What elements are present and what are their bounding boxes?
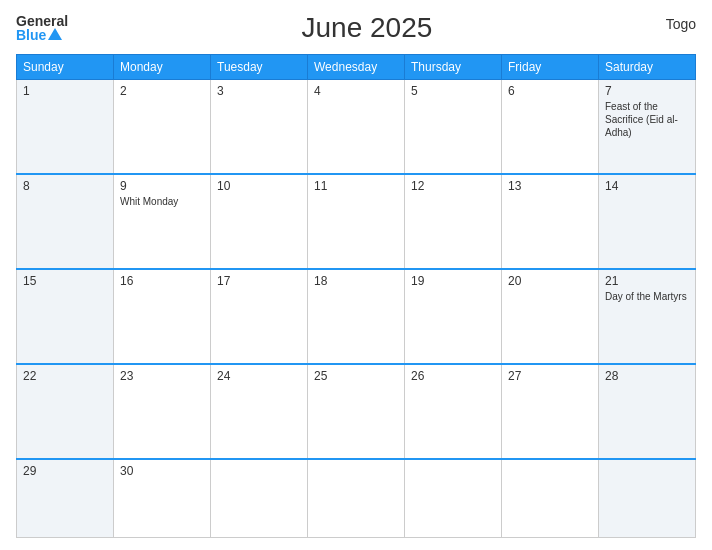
- col-header-friday: Friday: [502, 55, 599, 80]
- day-number: 20: [508, 274, 592, 288]
- day-number: 12: [411, 179, 495, 193]
- calendar-body: 1234567Feast of the Sacrifice (Eid al-Ad…: [17, 80, 696, 538]
- day-number: 6: [508, 84, 592, 98]
- calendar-day-cell: 26: [405, 364, 502, 459]
- calendar-day-cell: 21Day of the Martyrs: [599, 269, 696, 364]
- day-number: 21: [605, 274, 689, 288]
- calendar-day-cell: 11: [308, 174, 405, 269]
- day-number: 28: [605, 369, 689, 383]
- col-header-monday: Monday: [114, 55, 211, 80]
- day-number: 16: [120, 274, 204, 288]
- calendar-day-cell: [308, 459, 405, 538]
- header: General Blue June 2025 Togo: [16, 12, 696, 44]
- col-header-tuesday: Tuesday: [211, 55, 308, 80]
- calendar-day-cell: 10: [211, 174, 308, 269]
- day-number: 7: [605, 84, 689, 98]
- col-header-thursday: Thursday: [405, 55, 502, 80]
- col-header-wednesday: Wednesday: [308, 55, 405, 80]
- day-headers-row: Sunday Monday Tuesday Wednesday Thursday…: [17, 55, 696, 80]
- calendar-day-cell: [502, 459, 599, 538]
- day-number: 10: [217, 179, 301, 193]
- calendar-week-row: 22232425262728: [17, 364, 696, 459]
- event-label: Whit Monday: [120, 195, 204, 208]
- calendar-day-cell: 6: [502, 80, 599, 175]
- day-number: 9: [120, 179, 204, 193]
- day-number: 1: [23, 84, 107, 98]
- day-number: 11: [314, 179, 398, 193]
- calendar-day-cell: 23: [114, 364, 211, 459]
- day-number: 8: [23, 179, 107, 193]
- page: General Blue June 2025 Togo Sunday Monda…: [0, 0, 712, 550]
- calendar-day-cell: 24: [211, 364, 308, 459]
- calendar-day-cell: 17: [211, 269, 308, 364]
- calendar-day-cell: 28: [599, 364, 696, 459]
- day-number: 22: [23, 369, 107, 383]
- calendar-day-cell: 12: [405, 174, 502, 269]
- calendar-header: Sunday Monday Tuesday Wednesday Thursday…: [17, 55, 696, 80]
- calendar-day-cell: 8: [17, 174, 114, 269]
- day-number: 23: [120, 369, 204, 383]
- calendar-day-cell: 13: [502, 174, 599, 269]
- day-number: 4: [314, 84, 398, 98]
- calendar-day-cell: 27: [502, 364, 599, 459]
- day-number: 17: [217, 274, 301, 288]
- calendar-day-cell: 14: [599, 174, 696, 269]
- calendar-day-cell: 4: [308, 80, 405, 175]
- col-header-sunday: Sunday: [17, 55, 114, 80]
- calendar-day-cell: 30: [114, 459, 211, 538]
- logo: General Blue: [16, 14, 68, 42]
- day-number: 27: [508, 369, 592, 383]
- calendar-week-row: 89Whit Monday1011121314: [17, 174, 696, 269]
- calendar-day-cell: 20: [502, 269, 599, 364]
- day-number: 3: [217, 84, 301, 98]
- day-number: 15: [23, 274, 107, 288]
- day-number: 14: [605, 179, 689, 193]
- calendar-week-row: 1234567Feast of the Sacrifice (Eid al-Ad…: [17, 80, 696, 175]
- calendar-day-cell: 9Whit Monday: [114, 174, 211, 269]
- event-label: Day of the Martyrs: [605, 290, 689, 303]
- calendar-day-cell: 1: [17, 80, 114, 175]
- calendar-table: Sunday Monday Tuesday Wednesday Thursday…: [16, 54, 696, 538]
- day-number: 24: [217, 369, 301, 383]
- calendar-day-cell: 15: [17, 269, 114, 364]
- day-number: 26: [411, 369, 495, 383]
- calendar-week-row: 2930: [17, 459, 696, 538]
- col-header-saturday: Saturday: [599, 55, 696, 80]
- calendar-title: June 2025: [68, 12, 666, 44]
- calendar-week-row: 15161718192021Day of the Martyrs: [17, 269, 696, 364]
- calendar-day-cell: 2: [114, 80, 211, 175]
- day-number: 2: [120, 84, 204, 98]
- event-label: Feast of the Sacrifice (Eid al-Adha): [605, 100, 689, 139]
- day-number: 29: [23, 464, 107, 478]
- calendar-day-cell: [211, 459, 308, 538]
- calendar-day-cell: 22: [17, 364, 114, 459]
- calendar-day-cell: 18: [308, 269, 405, 364]
- day-number: 19: [411, 274, 495, 288]
- country-label: Togo: [666, 12, 696, 32]
- logo-blue-text: Blue: [16, 28, 68, 42]
- day-number: 18: [314, 274, 398, 288]
- calendar-day-cell: 7Feast of the Sacrifice (Eid al-Adha): [599, 80, 696, 175]
- day-number: 25: [314, 369, 398, 383]
- logo-triangle-icon: [48, 28, 62, 40]
- calendar-day-cell: [405, 459, 502, 538]
- calendar-day-cell: 19: [405, 269, 502, 364]
- day-number: 13: [508, 179, 592, 193]
- calendar-day-cell: 16: [114, 269, 211, 364]
- calendar-day-cell: 29: [17, 459, 114, 538]
- calendar-day-cell: 3: [211, 80, 308, 175]
- calendar-day-cell: 5: [405, 80, 502, 175]
- calendar-day-cell: 25: [308, 364, 405, 459]
- logo-general-text: General: [16, 14, 68, 28]
- day-number: 5: [411, 84, 495, 98]
- calendar-day-cell: [599, 459, 696, 538]
- day-number: 30: [120, 464, 204, 478]
